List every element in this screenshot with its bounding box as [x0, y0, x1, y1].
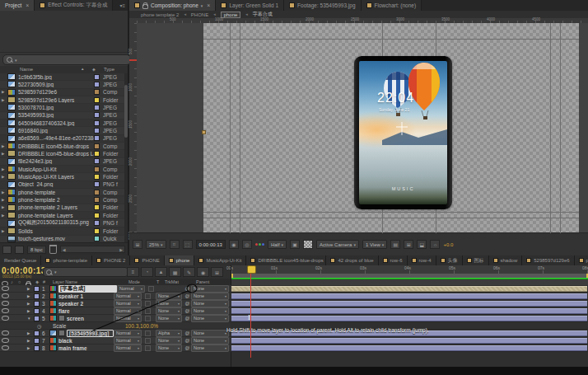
tab-project[interactable]: Project × — [0, 0, 35, 11]
eye-icon[interactable] — [2, 293, 9, 298]
breadcrumb-item[interactable]: PHONE — [191, 12, 208, 17]
eye-icon[interactable] — [2, 308, 9, 313]
draft-3d-icon[interactable]: ◔ — [141, 267, 153, 277]
project-item[interactable]: ▶SolidsFolder — [0, 227, 124, 235]
trkmat-select[interactable]: None▾ — [156, 337, 182, 345]
t-checkbox[interactable] — [145, 293, 151, 299]
label-swatch[interactable] — [34, 316, 40, 321]
layer-row[interactable]: ▶7blackNormal▾None▾@None▾ — [0, 337, 588, 345]
guide-horizontal[interactable] — [203, 218, 579, 218]
guide-horizontal[interactable] — [203, 212, 579, 213]
layer-duration-bar[interactable] — [231, 301, 587, 307]
project-scrollbar[interactable] — [124, 73, 128, 243]
safe-margins-icon[interactable]: ⌗ — [170, 240, 180, 249]
mode-select[interactable]: Normal▾ — [114, 293, 142, 300]
label-column-icon[interactable]: ◈ — [92, 67, 96, 72]
shy-layers-icon[interactable]: ▲ — [155, 267, 167, 277]
breadcrumb-item[interactable]: phone — [221, 12, 241, 18]
timeline-tab[interactable]: phone — [165, 255, 195, 265]
t-checkbox[interactable] — [145, 338, 151, 344]
eye-icon[interactable] — [2, 301, 9, 306]
exposure-icon[interactable]: ☼ — [430, 240, 440, 249]
trkmat-select[interactable]: None▾ — [156, 307, 182, 315]
interpret-footage-icon[interactable] — [2, 246, 12, 254]
tab-effect-controls[interactable]: Effect Controls: 字幕合成 — [35, 0, 113, 11]
pick-whip-icon[interactable]: @ — [184, 308, 191, 313]
column-trkmat[interactable]: TrkMat — [165, 279, 179, 284]
project-item[interactable]: ▶MusicApp-Ui-Kit LayersFolder — [0, 173, 124, 180]
twirl-icon[interactable]: ▶ — [27, 294, 34, 298]
twirl-icon[interactable]: ▶ — [27, 302, 34, 306]
project-item[interactable]: 6450946837406324.jpgJPEG — [0, 120, 124, 127]
column-mode[interactable]: Mode — [128, 279, 140, 284]
anchor-point-marker[interactable] — [202, 130, 206, 134]
brainstorm-icon[interactable]: ◉ — [197, 267, 209, 277]
label-swatch[interactable] — [34, 286, 40, 292]
guide-horizontal[interactable] — [203, 39, 579, 40]
pick-whip-icon[interactable]: @ — [184, 286, 191, 291]
parent-select[interactable]: None▾ — [191, 315, 229, 322]
twirl-icon[interactable]: ▶ — [27, 331, 34, 335]
layer-name[interactable]: flare — [58, 308, 114, 314]
show-channel-icon[interactable] — [255, 243, 264, 246]
viewer-tab[interactable]: Layer: Green Solid 1 — [216, 0, 284, 11]
twirl-icon[interactable]: ▶ — [27, 339, 34, 343]
layer-row[interactable]: ▶3speaker 2Normal▾None▾@None▾ — [0, 300, 588, 307]
grid-options-icon[interactable]: ▤ — [390, 240, 400, 249]
timeline-tab[interactable]: row-4 — [408, 255, 436, 265]
view-layout-select[interactable]: 1 View▾ — [362, 240, 387, 249]
new-folder-icon[interactable] — [15, 246, 24, 254]
twirl-icon[interactable]: ▶ — [27, 346, 34, 350]
timeline-tab[interactable]: 5298597d129e6 — [522, 255, 574, 265]
layer-duration-bar[interactable] — [231, 286, 587, 292]
label-swatch[interactable] — [34, 330, 40, 336]
project-item[interactable]: ▶5298597d129e6 LayersFolder — [0, 96, 124, 104]
trkmat-select[interactable]: None▾ — [156, 345, 182, 352]
resolution-select[interactable]: Half▾ — [268, 240, 287, 249]
audio-column-icon[interactable]: ♪ — [11, 279, 13, 284]
motion-blur-icon[interactable]: ✎ — [183, 267, 195, 277]
timeline-tab[interactable]: 头像 — [436, 255, 463, 265]
camera-view-select[interactable]: Active Camera▾ — [316, 240, 359, 249]
chevron-down-icon[interactable]: ▾ — [201, 3, 203, 8]
timeline-tab[interactable]: row-6 — [379, 255, 408, 265]
trkmat-select[interactable]: Alpha▾ — [156, 330, 182, 337]
parent-select[interactable]: None▾ — [191, 293, 229, 300]
horizontal-scrollbar[interactable]: ◀▶ — [60, 246, 125, 253]
project-item[interactable]: ▶phone-template 2Comp — [0, 196, 124, 204]
chevron-down-icon[interactable]: ▾ — [15, 58, 17, 63]
layer-row[interactable]: ▶4flareNormal▾None▾@None▾ — [0, 307, 588, 315]
exposure-value[interactable]: +0.0 — [443, 242, 453, 247]
project-item[interactable]: QQ截图20150621180315.pngPNG f — [0, 219, 124, 227]
timeline-tab[interactable]: phone-template — [575, 255, 588, 265]
layer-name[interactable]: [字幕合成] — [58, 285, 117, 293]
chevron-down-icon[interactable]: ▾ — [54, 270, 57, 274]
current-time-indicator-handle[interactable] — [247, 265, 256, 274]
preview-timecode[interactable]: 0:00:00:13 — [196, 240, 226, 249]
layer-duration-bar[interactable] — [231, 345, 587, 351]
project-item[interactable]: ▶phone-template 2 LayersFolder — [0, 204, 124, 212]
label-swatch[interactable] — [34, 345, 40, 351]
parent-select[interactable]: None▾ — [191, 300, 229, 307]
layer-name[interactable]: [535495993.jpg] — [67, 330, 114, 337]
snapshot-camera-icon[interactable]: ◉ — [229, 240, 239, 249]
project-item[interactable]: ▶phone-templateComp — [0, 189, 124, 196]
composition-viewport[interactable]: 22:04 Sunday, June 21 MUSIC — [137, 23, 588, 233]
sort-ascending-icon[interactable]: ▲ — [81, 67, 84, 71]
t-checkbox[interactable] — [148, 286, 154, 292]
pick-whip-icon[interactable]: @ — [184, 301, 191, 306]
trkmat-select[interactable]: None▾ — [156, 293, 182, 300]
timeline-tab[interactable]: PHONE — [130, 255, 164, 265]
mode-select[interactable]: Normal▾ — [114, 307, 142, 315]
column-t[interactable]: T — [156, 279, 159, 284]
show-snapshot-icon[interactable]: ◎ — [242, 240, 252, 249]
timeline-tab[interactable]: 42 drops of blue — [326, 255, 378, 265]
eye-icon[interactable] — [2, 330, 9, 335]
mode-select[interactable]: Normal▾ — [114, 337, 142, 345]
parent-select[interactable]: None▾ — [191, 307, 229, 315]
close-icon[interactable]: × — [26, 2, 29, 8]
layer-name[interactable]: screen — [67, 316, 114, 321]
parent-select[interactable]: None▾ — [191, 330, 229, 337]
solo-column-icon[interactable]: ○ — [18, 279, 21, 284]
eye-icon[interactable] — [2, 316, 9, 321]
